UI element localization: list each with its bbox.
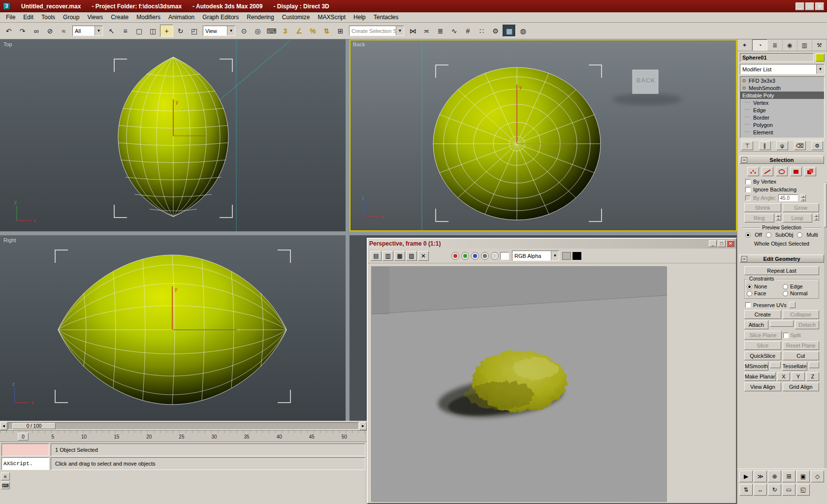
preserve-uvs-settings-button[interactable]	[789, 302, 795, 308]
schematic-view-icon[interactable]: #	[461, 25, 475, 37]
undo-icon[interactable]: ↶	[2, 25, 15, 37]
checkbox-icon[interactable]	[745, 179, 751, 185]
blue-channel-icon[interactable]	[471, 252, 479, 260]
configure-modifier-icon[interactable]: ⚙	[811, 141, 823, 150]
spinner-snap-icon[interactable]: ⇅	[320, 25, 333, 37]
use-pivot-center-icon[interactable]: ⊙	[237, 25, 251, 37]
preview-off-radio[interactable]	[745, 232, 751, 238]
zoom-extents-icon[interactable]: ▣	[796, 471, 810, 482]
tab-display[interactable]: ▥	[797, 39, 812, 51]
modifier-stack-row[interactable]: ʘ MeshSmooth	[740, 84, 824, 92]
show-end-result-icon[interactable]: ∥	[759, 141, 771, 150]
checkbox-icon[interactable]	[745, 187, 751, 192]
angle-value-field[interactable]: 45.0	[778, 194, 798, 201]
tessellate-settings-button[interactable]	[809, 362, 820, 368]
tab-hierarchy[interactable]: ≣	[767, 39, 782, 51]
time-slider-handle[interactable]: 0 / 100	[12, 423, 56, 429]
modifier-stack-row[interactable]: ʘ Editable Poly	[740, 92, 824, 99]
red-channel-icon[interactable]	[451, 252, 459, 260]
modifier-stack-row[interactable]: ʘ Edge	[740, 106, 824, 114]
panel-scrollbar-thumb[interactable]	[824, 183, 827, 227]
panel-scrollbar[interactable]	[824, 182, 827, 469]
clear-image-icon[interactable]: ✕	[418, 251, 429, 261]
rectangular-selection-icon[interactable]: ▢	[132, 25, 146, 37]
constraint-face-radio[interactable]	[747, 291, 752, 296]
checkbox-icon[interactable]	[745, 302, 751, 308]
loop-spinner[interactable]: ▲▼	[814, 214, 819, 222]
layer-manager-icon[interactable]: ≣	[434, 25, 447, 37]
menu-item[interactable]: MAXScript	[314, 13, 350, 22]
msmooth-button[interactable]: MSmooth	[744, 362, 768, 371]
rfw-close-icon[interactable]: ✕	[727, 240, 734, 247]
viewport-top[interactable]: y y x Top	[0, 39, 346, 231]
by-angle-checkbox[interactable]: By Angle: 45.0 ▲▼	[745, 194, 818, 201]
chevron-down-icon[interactable]: ▼	[816, 64, 824, 74]
by-vertex-checkbox[interactable]: By Vertex	[745, 179, 818, 185]
modifier-stack-row[interactable]: ʘ Polygon	[740, 121, 824, 128]
polygon-subobject-icon[interactable]	[790, 167, 802, 176]
modifier-stack-row[interactable]: ʘ FFD 3x3x3	[740, 77, 824, 84]
rfw-minimize-icon[interactable]: _	[709, 240, 717, 247]
keyboard-override-icon[interactable]: ⌨	[265, 25, 278, 37]
tab-modify[interactable]: ◔	[752, 39, 767, 51]
menu-item[interactable]: Customize	[278, 13, 314, 22]
msmooth-settings-button[interactable]	[770, 362, 781, 368]
viewport-right[interactable]: y z z x Right	[0, 235, 346, 421]
remove-modifier-icon[interactable]: ⌫	[794, 141, 806, 150]
split-checkbox[interactable]	[783, 333, 789, 338]
constraint-normal-radio[interactable]	[783, 291, 788, 296]
material-editor-icon[interactable]: ∷	[475, 25, 488, 37]
layer-swatch-gray[interactable]	[562, 252, 571, 260]
select-object-icon[interactable]: ↖	[105, 25, 118, 37]
zoom-all-icon[interactable]: ⊞	[782, 471, 795, 482]
attach-settings-button[interactable]	[770, 320, 794, 327]
selection-filter-dropdown[interactable]: All ▼	[72, 26, 103, 36]
track-bar[interactable]: 05101520253035404550 0	[0, 430, 367, 442]
collapse-icon[interactable]: −	[741, 157, 747, 163]
rfw-titlebar[interactable]: Perspective, frame 0 (1:1) _□✕	[368, 239, 736, 249]
detach-button[interactable]: Detach	[795, 320, 819, 329]
alpha-channel-icon[interactable]	[491, 252, 499, 260]
maximize-icon[interactable]: □	[805, 2, 814, 10]
checkbox-icon[interactable]	[745, 195, 751, 201]
named-selection-set-combo[interactable]: Create Selection Set ▼	[349, 26, 404, 36]
select-and-rotate-icon[interactable]: ↻	[174, 25, 187, 37]
render-production-icon[interactable]: ◍	[516, 25, 530, 37]
minimize-icon[interactable]: _	[795, 2, 804, 10]
menu-item[interactable]: Animation	[164, 13, 198, 22]
frame-forward-button[interactable]: ►	[359, 422, 367, 430]
preview-subobj-radio[interactable]	[766, 232, 771, 238]
preserve-uvs-checkbox[interactable]: Preserve UVs	[745, 302, 818, 308]
loop-button[interactable]: Loop	[783, 214, 813, 222]
select-and-manipulate-icon[interactable]: ◎	[251, 25, 264, 37]
make-unique-icon[interactable]: ψ	[776, 141, 788, 150]
arc-rotate-icon[interactable]: ↻	[768, 484, 781, 496]
window-crossing-icon[interactable]: ◫	[146, 25, 159, 37]
green-channel-icon[interactable]	[461, 252, 469, 260]
min-max-toggle-icon[interactable]: ◱	[796, 484, 810, 496]
field-of-view-icon[interactable]: ◇	[811, 471, 824, 482]
ring-spinner[interactable]: ▲▼	[776, 214, 781, 222]
select-by-name-icon[interactable]: ≡	[119, 25, 132, 37]
print-image-icon[interactable]: ▨	[406, 251, 417, 261]
angle-snap-icon[interactable]: ∠	[292, 25, 306, 37]
redo-icon[interactable]: ↷	[16, 25, 29, 37]
keyboard-icon[interactable]: ⌨	[1, 481, 10, 489]
element-subobject-icon[interactable]	[804, 167, 816, 176]
collapse-button[interactable]: Collapse	[783, 310, 820, 319]
pan-icon[interactable]: ↔	[754, 484, 767, 496]
layer-swatch-black[interactable]	[573, 252, 581, 260]
menu-item[interactable]: Edit	[19, 13, 37, 22]
ignore-backfacing-checkbox[interactable]: Ignore Backfacing	[745, 187, 818, 192]
constraint-none-radio[interactable]	[747, 284, 752, 289]
maxscript-listener-input[interactable]: AXScript.	[1, 457, 49, 470]
key-step-icon[interactable]: ⇅	[739, 484, 753, 496]
snaps-toggle-icon[interactable]: 3	[279, 25, 292, 37]
modifier-list-dropdown[interactable]: Modifier List ▼	[740, 64, 825, 74]
chevron-down-icon[interactable]: ▼	[95, 26, 102, 35]
planar-z-button[interactable]: Z	[806, 372, 819, 381]
attach-button[interactable]: Attach	[744, 320, 768, 329]
quickslice-button[interactable]: QuickSlice	[744, 351, 781, 360]
align-icon[interactable]: ≍	[420, 25, 433, 37]
modifier-stack-row[interactable]: ʘ Vertex	[740, 99, 824, 106]
